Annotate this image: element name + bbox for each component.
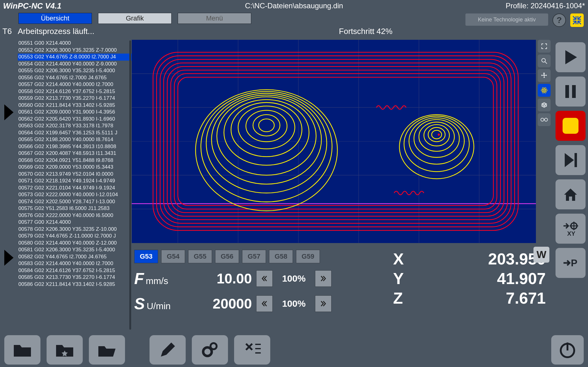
- g5x-button-g57[interactable]: G57: [242, 250, 266, 263]
- gcode-row[interactable]: 00554 G02 X214.4000 Y40.0000 Z-9.0000: [18, 61, 132, 68]
- app-title: WinPC-NC V4.1: [3, 1, 132, 11]
- open-file-button[interactable]: [4, 335, 40, 365]
- g5x-button-g54[interactable]: G54: [161, 250, 185, 263]
- gcode-row[interactable]: 00566 G02 X198.3985 Y44.3913 I10.8808: [18, 143, 132, 150]
- step-icon: [562, 151, 579, 169]
- step-button[interactable]: [556, 145, 586, 175]
- tab-menu[interactable]: Menü: [178, 13, 251, 24]
- svg-point-38: [432, 130, 442, 139]
- view3d-button[interactable]: [538, 99, 551, 111]
- tab-overview[interactable]: Übersicht: [18, 13, 92, 24]
- bottom-dock: [0, 333, 588, 367]
- toolpath-canvas[interactable]: [132, 40, 536, 243]
- svg-point-21: [201, 92, 332, 202]
- stop-button[interactable]: [556, 111, 586, 141]
- power-button[interactable]: [551, 335, 584, 365]
- gcode-row[interactable]: 00569 G02 X209.0000 Y53.0000 I5.3443: [18, 164, 132, 171]
- spindle-increase-button[interactable]: [315, 295, 332, 312]
- gcode-row[interactable]: 00574 G02 X202.5000 Y28.7417 I-13.000: [18, 198, 132, 205]
- gcode-row[interactable]: 00572 G02 X221.0104 Y44.9749 I-9.1924: [18, 185, 132, 192]
- gcode-row[interactable]: 00563 G02 X202.3178 Y33.3178 I1.7978: [18, 122, 132, 129]
- svg-rect-50: [572, 85, 576, 98]
- gcode-row[interactable]: 00564 G02 X199.6457 Y36.1253 I5.5111 J: [18, 129, 132, 137]
- gcode-row[interactable]: 00567 G02 X200.4087 Y48.5913 I11.3431: [18, 150, 132, 157]
- spindle-percent: 100%: [277, 298, 311, 309]
- gcode-row[interactable]: 00559 G02 X213.7730 Y35.2270 I-6.1774: [18, 95, 132, 102]
- pause-button[interactable]: [556, 77, 586, 107]
- spindle-value: 20000: [191, 295, 252, 312]
- help-button[interactable]: ?: [552, 13, 566, 27]
- goto-p-button[interactable]: P: [556, 248, 586, 278]
- svg-point-42: [544, 90, 545, 91]
- pan-button[interactable]: [538, 69, 551, 82]
- gcode-list[interactable]: 00551 G00 X214.400000552 G02 X206.3000 Y…: [18, 40, 132, 330]
- settings-button[interactable]: [192, 335, 228, 365]
- feed-unit: mm/s: [146, 276, 168, 286]
- gcode-row[interactable]: 00558 G02 X214.6126 Y37.6752 I-5.2815: [18, 88, 132, 95]
- g5x-button-g56[interactable]: G56: [215, 250, 239, 263]
- move-icon: [541, 72, 548, 79]
- gcode-row[interactable]: 00561 G02 X209.0000 Y31.9000 I-4.3956: [18, 109, 132, 116]
- g5x-button-g58[interactable]: G58: [269, 250, 293, 263]
- wcs-toggle-button[interactable]: W: [533, 247, 549, 263]
- gcode-row[interactable]: 00577 G00 X214.4000: [18, 219, 132, 226]
- svg-rect-51: [575, 153, 577, 167]
- g5x-button-g53[interactable]: G53: [134, 250, 158, 263]
- feed-decrease-button[interactable]: [256, 270, 273, 287]
- edit-button[interactable]: [150, 335, 186, 365]
- pencil-icon: [157, 339, 178, 360]
- gcode-row[interactable]: 00557 G02 X214.4000 Y40.0000 I2.7000: [18, 81, 132, 88]
- gcode-row[interactable]: 00571 G02 X218.1924 Y49.1924 I-4.9749: [18, 178, 132, 185]
- svg-point-27: [238, 106, 295, 149]
- favorites-button[interactable]: [47, 335, 83, 365]
- sim-button[interactable]: [538, 84, 551, 97]
- tool-number: T6: [2, 27, 18, 36]
- progress-text: Fortschritt 42%: [143, 27, 588, 36]
- recent-button[interactable]: [89, 335, 125, 365]
- gcode-row[interactable]: 00551 G00 X214.4000: [18, 40, 132, 47]
- axis-x-label: X: [393, 250, 418, 268]
- svg-point-57: [203, 347, 212, 356]
- zoom-button[interactable]: [538, 54, 551, 67]
- fit-view-button[interactable]: [538, 40, 551, 53]
- gcode-row[interactable]: 00584 G02 X214.6126 Y37.6752 I-5.2815: [18, 267, 132, 274]
- axis-x-value: 203.950: [418, 250, 546, 268]
- gcode-row[interactable]: 00581 G02 X206.3000 Y35.3235 I-5.4000: [18, 246, 132, 253]
- gcode-row[interactable]: 00555 G02 X206.3000 Y35.3235 I-5.4000: [18, 67, 132, 74]
- gcode-row[interactable]: 00570 G02 X213.9749 Y52.0104 I0.0000: [18, 171, 132, 178]
- gcode-row[interactable]: 00568 G02 X204.0921 Y51.8488 I9.8768: [18, 157, 132, 164]
- tools-button[interactable]: [234, 335, 270, 365]
- feed-increase-button[interactable]: [315, 270, 332, 287]
- tab-graphic[interactable]: Grafik: [98, 13, 172, 24]
- gcode-row[interactable]: 00578 G02 X206.3000 Y35.3235 Z-10.000: [18, 226, 132, 233]
- gcode-row[interactable]: 00586 G02 X211.8414 Y33.1402 I-5.9285: [18, 281, 132, 288]
- collapse-button[interactable]: [570, 13, 584, 27]
- gcode-row[interactable]: 00576 G02 X222.0000 Y40.0000 I6.5000: [18, 212, 132, 219]
- gcode-row[interactable]: 00575 G02 Y51.2583 I6.5000 J11.2583: [18, 205, 132, 212]
- gcode-row[interactable]: 00556 G02 Y44.6765 I2.7000 J4.6765: [18, 74, 132, 81]
- spindle-decrease-button[interactable]: [256, 295, 273, 312]
- g5x-button-g55[interactable]: G55: [188, 250, 212, 263]
- home-button[interactable]: [556, 179, 586, 209]
- gcode-row[interactable]: 00565 G02 X198.2000 Y40.0000 I8.7614: [18, 136, 132, 143]
- gcode-row[interactable]: 00580 G02 X214.4000 Y40.0000 Z-12.000: [18, 240, 132, 247]
- magnifier-icon: [541, 57, 548, 65]
- gcode-row[interactable]: 00552 G02 X206.3000 Y35.3235 Z-7.0000: [18, 47, 132, 54]
- g5x-button-g59[interactable]: G59: [296, 250, 320, 263]
- glasses-button[interactable]: [538, 113, 551, 126]
- atom-icon: [541, 87, 548, 94]
- gcode-row[interactable]: 00573 G02 X222.0000 Y40.0000 I-12.0104: [18, 191, 132, 198]
- gcode-row[interactable]: 00582 G02 Y44.6765 I2.7000 J4.6765: [18, 253, 132, 260]
- svg-text:XY: XY: [567, 230, 575, 237]
- gcode-row[interactable]: 00562 G02 X205.6420 Y31.8930 I-1.6960: [18, 116, 132, 123]
- folder-icon: [12, 339, 33, 360]
- gcode-row[interactable]: 00553 G02 Y44.6765 Z-8.0000 I2.7000 J4: [18, 54, 132, 61]
- gcode-row[interactable]: 00560 G02 X211.8414 Y33.1402 I-5.9285: [18, 102, 132, 109]
- gcode-row[interactable]: 00583 G02 X214.4000 Y40.0000 I2.7000: [18, 260, 132, 267]
- stop-icon: [563, 118, 579, 134]
- goto-xy-button[interactable]: XY: [556, 214, 586, 244]
- svg-point-47: [544, 118, 548, 121]
- play-button[interactable]: [556, 42, 586, 72]
- gcode-row[interactable]: 00579 G02 Y44.6765 Z-11.0000 I2.7000 J: [18, 233, 132, 240]
- gcode-row[interactable]: 00585 G02 X213.7730 Y35.2270 I-6.1774: [18, 274, 132, 281]
